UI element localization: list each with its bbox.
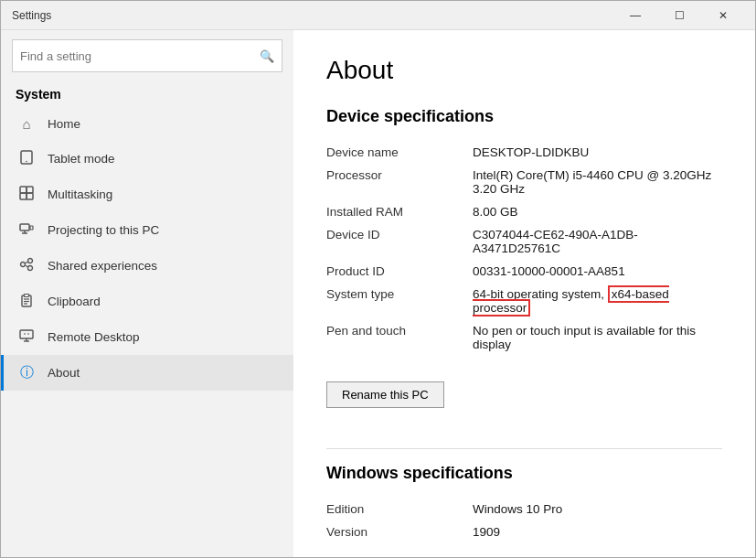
svg-line-13 [25, 262, 27, 263]
sidebar-item-label: Shared experiences [48, 259, 157, 273]
spec-value: 00331-10000-00001-AA851 [473, 260, 722, 283]
sidebar-item-tablet-mode[interactable]: Tablet mode [1, 141, 293, 177]
remote-desktop-icon [18, 328, 35, 346]
svg-line-14 [25, 265, 27, 267]
sidebar-item-label: Tablet mode [48, 152, 115, 166]
svg-point-10 [21, 263, 26, 267]
sidebar-item-label: About [48, 366, 80, 380]
sidebar: 🔍 System ⌂ Home Tablet mode [1, 30, 293, 558]
sidebar-item-remote-desktop[interactable]: Remote Desktop [1, 319, 293, 355]
projecting-icon [18, 221, 35, 239]
spec-label: Product ID [326, 260, 473, 283]
spec-label: Edition [326, 498, 473, 520]
table-row: Installed RAM 8.00 GB [326, 200, 722, 223]
spec-label: Device ID [326, 223, 473, 260]
windows-specs-title: Windows specifications [326, 464, 722, 483]
svg-point-1 [26, 161, 27, 163]
spec-label: System type [326, 283, 473, 319]
page-title: About [326, 56, 722, 85]
spec-value: 8.00 GB [473, 200, 722, 223]
search-input[interactable] [20, 49, 260, 63]
windows-spec-table: Edition Windows 10 Pro Version 1909 [326, 498, 722, 543]
svg-rect-16 [25, 295, 29, 297]
device-specs-title: Device specifications [326, 107, 722, 126]
spec-label: Device name [326, 141, 473, 164]
spec-label: Processor [326, 164, 473, 200]
spec-value: 64-bit operating system, x64-based proce… [473, 283, 722, 319]
table-row: Product ID 00331-10000-00001-AA851 [326, 260, 722, 283]
shared-icon [18, 257, 35, 274]
sidebar-item-label: Remote Desktop [48, 330, 140, 344]
sidebar-item-home[interactable]: ⌂ Home [1, 107, 293, 141]
table-row: Edition Windows 10 Pro [326, 498, 722, 520]
spec-value: Intel(R) Core(TM) i5-4460 CPU @ 3.20GHz … [473, 164, 722, 200]
app-container: 🔍 System ⌂ Home Tablet mode [1, 30, 755, 558]
spec-value: DESKTOP-LDIDKBU [473, 141, 722, 164]
sidebar-item-label: Multitasking [48, 188, 112, 201]
sidebar-item-projecting[interactable]: Projecting to this PC [1, 212, 293, 248]
sidebar-section-label: System [1, 81, 293, 107]
main-content: About Device specifications Device name … [293, 30, 755, 558]
svg-point-12 [28, 266, 33, 271]
spec-table: Device name DESKTOP-LDIDKBU Processor In… [326, 141, 722, 356]
maximize-button[interactable]: ☐ [658, 1, 700, 30]
svg-rect-6 [20, 224, 29, 231]
sidebar-item-clipboard[interactable]: Clipboard [1, 284, 293, 319]
about-icon: ⓘ [18, 364, 35, 381]
sidebar-item-multitasking[interactable]: Multitasking [1, 177, 293, 212]
svg-rect-20 [20, 330, 33, 338]
spec-label: Version [326, 520, 473, 543]
window-controls: — ☐ ✕ [614, 1, 744, 30]
spec-value: No pen or touch input is available for t… [473, 319, 722, 356]
svg-rect-7 [30, 226, 33, 230]
spec-label: Pen and touch [326, 319, 473, 356]
sidebar-item-label: Projecting to this PC [48, 223, 159, 237]
table-row: Pen and touch No pen or touch input is a… [326, 319, 722, 356]
sidebar-item-shared-experiences[interactable]: Shared experiences [1, 248, 293, 284]
table-row: Device name DESKTOP-LDIDKBU [326, 141, 722, 164]
close-button[interactable]: ✕ [702, 1, 744, 30]
sidebar-item-label: Home [48, 117, 80, 131]
app-title: Settings [12, 9, 51, 22]
sidebar-item-about[interactable]: ⓘ About [1, 355, 293, 391]
svg-rect-2 [20, 187, 27, 193]
spec-value: C3074044-CE62-490A-A1DB-A3471D25761C [473, 223, 722, 260]
titlebar: Settings — ☐ ✕ [1, 1, 755, 30]
table-row: System type 64-bit operating system, x64… [326, 283, 722, 319]
rename-pc-button[interactable]: Rename this PC [326, 381, 444, 408]
table-row: Device ID C3074044-CE62-490A-A1DB-A3471D… [326, 223, 722, 260]
section-divider [326, 448, 722, 449]
clipboard-icon [18, 293, 35, 310]
home-icon: ⌂ [18, 116, 35, 132]
spec-value: 1909 [473, 520, 722, 543]
sidebar-item-label: Clipboard [48, 295, 101, 308]
table-row: Processor Intel(R) Core(TM) i5-4460 CPU … [326, 164, 722, 200]
tablet-icon [18, 150, 35, 167]
minimize-button[interactable]: — [614, 1, 656, 30]
search-icon: 🔍 [260, 49, 274, 63]
spec-label: Installed RAM [326, 200, 473, 223]
multitasking-icon [18, 186, 35, 203]
svg-point-11 [28, 259, 33, 263]
svg-rect-3 [27, 187, 33, 193]
svg-rect-4 [20, 193, 27, 199]
spec-value: Windows 10 Pro [473, 498, 722, 520]
search-box[interactable]: 🔍 [12, 39, 282, 72]
table-row: Version 1909 [326, 520, 722, 543]
svg-rect-5 [27, 193, 33, 199]
